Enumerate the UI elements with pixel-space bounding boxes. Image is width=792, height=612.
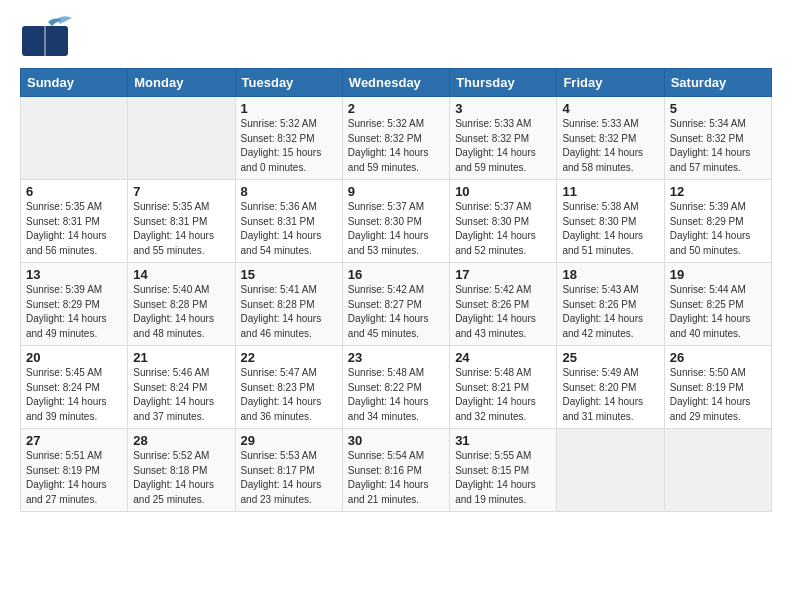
day-number: 5: [670, 101, 766, 116]
calendar-cell: [21, 97, 128, 180]
day-number: 16: [348, 267, 444, 282]
day-number: 11: [562, 184, 658, 199]
calendar-cell: 10Sunrise: 5:37 AM Sunset: 8:30 PM Dayli…: [450, 180, 557, 263]
calendar-cell: 9Sunrise: 5:37 AM Sunset: 8:30 PM Daylig…: [342, 180, 449, 263]
day-info: Sunrise: 5:54 AM Sunset: 8:16 PM Dayligh…: [348, 449, 444, 507]
weekday-header-wednesday: Wednesday: [342, 69, 449, 97]
day-info: Sunrise: 5:43 AM Sunset: 8:26 PM Dayligh…: [562, 283, 658, 341]
day-info: Sunrise: 5:47 AM Sunset: 8:23 PM Dayligh…: [241, 366, 337, 424]
calendar-cell: 30Sunrise: 5:54 AM Sunset: 8:16 PM Dayli…: [342, 429, 449, 512]
weekday-header-friday: Friday: [557, 69, 664, 97]
calendar-week-4: 20Sunrise: 5:45 AM Sunset: 8:24 PM Dayli…: [21, 346, 772, 429]
day-number: 22: [241, 350, 337, 365]
day-number: 17: [455, 267, 551, 282]
calendar-week-1: 1Sunrise: 5:32 AM Sunset: 8:32 PM Daylig…: [21, 97, 772, 180]
day-info: Sunrise: 5:48 AM Sunset: 8:21 PM Dayligh…: [455, 366, 551, 424]
day-info: Sunrise: 5:35 AM Sunset: 8:31 PM Dayligh…: [133, 200, 229, 258]
weekday-header-sunday: Sunday: [21, 69, 128, 97]
calendar-cell: 31Sunrise: 5:55 AM Sunset: 8:15 PM Dayli…: [450, 429, 557, 512]
calendar-cell: 21Sunrise: 5:46 AM Sunset: 8:24 PM Dayli…: [128, 346, 235, 429]
day-info: Sunrise: 5:39 AM Sunset: 8:29 PM Dayligh…: [670, 200, 766, 258]
day-number: 30: [348, 433, 444, 448]
calendar-cell: 13Sunrise: 5:39 AM Sunset: 8:29 PM Dayli…: [21, 263, 128, 346]
calendar-cell: 16Sunrise: 5:42 AM Sunset: 8:27 PM Dayli…: [342, 263, 449, 346]
day-number: 3: [455, 101, 551, 116]
calendar-week-3: 13Sunrise: 5:39 AM Sunset: 8:29 PM Dayli…: [21, 263, 772, 346]
weekday-header-row: SundayMondayTuesdayWednesdayThursdayFrid…: [21, 69, 772, 97]
day-info: Sunrise: 5:46 AM Sunset: 8:24 PM Dayligh…: [133, 366, 229, 424]
day-info: Sunrise: 5:52 AM Sunset: 8:18 PM Dayligh…: [133, 449, 229, 507]
calendar-cell: 4Sunrise: 5:33 AM Sunset: 8:32 PM Daylig…: [557, 97, 664, 180]
day-info: Sunrise: 5:51 AM Sunset: 8:19 PM Dayligh…: [26, 449, 122, 507]
day-number: 10: [455, 184, 551, 199]
day-info: Sunrise: 5:35 AM Sunset: 8:31 PM Dayligh…: [26, 200, 122, 258]
day-number: 15: [241, 267, 337, 282]
calendar-cell: 20Sunrise: 5:45 AM Sunset: 8:24 PM Dayli…: [21, 346, 128, 429]
calendar-cell: 1Sunrise: 5:32 AM Sunset: 8:32 PM Daylig…: [235, 97, 342, 180]
day-number: 19: [670, 267, 766, 282]
calendar-cell: 3Sunrise: 5:33 AM Sunset: 8:32 PM Daylig…: [450, 97, 557, 180]
calendar-cell: 17Sunrise: 5:42 AM Sunset: 8:26 PM Dayli…: [450, 263, 557, 346]
day-number: 23: [348, 350, 444, 365]
weekday-header-tuesday: Tuesday: [235, 69, 342, 97]
weekday-header-thursday: Thursday: [450, 69, 557, 97]
day-number: 28: [133, 433, 229, 448]
calendar-week-5: 27Sunrise: 5:51 AM Sunset: 8:19 PM Dayli…: [21, 429, 772, 512]
day-number: 13: [26, 267, 122, 282]
day-info: Sunrise: 5:38 AM Sunset: 8:30 PM Dayligh…: [562, 200, 658, 258]
calendar-week-2: 6Sunrise: 5:35 AM Sunset: 8:31 PM Daylig…: [21, 180, 772, 263]
weekday-header-saturday: Saturday: [664, 69, 771, 97]
day-info: Sunrise: 5:33 AM Sunset: 8:32 PM Dayligh…: [562, 117, 658, 175]
calendar-cell: 2Sunrise: 5:32 AM Sunset: 8:32 PM Daylig…: [342, 97, 449, 180]
day-info: Sunrise: 5:42 AM Sunset: 8:26 PM Dayligh…: [455, 283, 551, 341]
day-number: 4: [562, 101, 658, 116]
calendar-cell: 11Sunrise: 5:38 AM Sunset: 8:30 PM Dayli…: [557, 180, 664, 263]
day-info: Sunrise: 5:50 AM Sunset: 8:19 PM Dayligh…: [670, 366, 766, 424]
day-info: Sunrise: 5:42 AM Sunset: 8:27 PM Dayligh…: [348, 283, 444, 341]
calendar-cell: 6Sunrise: 5:35 AM Sunset: 8:31 PM Daylig…: [21, 180, 128, 263]
day-number: 6: [26, 184, 122, 199]
day-info: Sunrise: 5:36 AM Sunset: 8:31 PM Dayligh…: [241, 200, 337, 258]
day-number: 29: [241, 433, 337, 448]
logo-icon: [20, 16, 72, 58]
day-info: Sunrise: 5:37 AM Sunset: 8:30 PM Dayligh…: [455, 200, 551, 258]
weekday-header-monday: Monday: [128, 69, 235, 97]
calendar-cell: 23Sunrise: 5:48 AM Sunset: 8:22 PM Dayli…: [342, 346, 449, 429]
calendar-cell: 25Sunrise: 5:49 AM Sunset: 8:20 PM Dayli…: [557, 346, 664, 429]
calendar-cell: 15Sunrise: 5:41 AM Sunset: 8:28 PM Dayli…: [235, 263, 342, 346]
day-number: 21: [133, 350, 229, 365]
day-number: 31: [455, 433, 551, 448]
calendar-cell: 5Sunrise: 5:34 AM Sunset: 8:32 PM Daylig…: [664, 97, 771, 180]
day-number: 12: [670, 184, 766, 199]
calendar-table: SundayMondayTuesdayWednesdayThursdayFrid…: [20, 68, 772, 512]
day-info: Sunrise: 5:48 AM Sunset: 8:22 PM Dayligh…: [348, 366, 444, 424]
page: SundayMondayTuesdayWednesdayThursdayFrid…: [0, 0, 792, 612]
day-number: 9: [348, 184, 444, 199]
day-info: Sunrise: 5:40 AM Sunset: 8:28 PM Dayligh…: [133, 283, 229, 341]
day-info: Sunrise: 5:45 AM Sunset: 8:24 PM Dayligh…: [26, 366, 122, 424]
day-info: Sunrise: 5:39 AM Sunset: 8:29 PM Dayligh…: [26, 283, 122, 341]
day-info: Sunrise: 5:32 AM Sunset: 8:32 PM Dayligh…: [241, 117, 337, 175]
calendar-cell: 22Sunrise: 5:47 AM Sunset: 8:23 PM Dayli…: [235, 346, 342, 429]
day-info: Sunrise: 5:49 AM Sunset: 8:20 PM Dayligh…: [562, 366, 658, 424]
calendar-cell: [664, 429, 771, 512]
calendar-cell: 27Sunrise: 5:51 AM Sunset: 8:19 PM Dayli…: [21, 429, 128, 512]
header: [20, 16, 772, 58]
day-number: 2: [348, 101, 444, 116]
day-number: 18: [562, 267, 658, 282]
day-info: Sunrise: 5:34 AM Sunset: 8:32 PM Dayligh…: [670, 117, 766, 175]
day-info: Sunrise: 5:44 AM Sunset: 8:25 PM Dayligh…: [670, 283, 766, 341]
day-number: 26: [670, 350, 766, 365]
calendar-cell: 14Sunrise: 5:40 AM Sunset: 8:28 PM Dayli…: [128, 263, 235, 346]
day-number: 7: [133, 184, 229, 199]
day-info: Sunrise: 5:41 AM Sunset: 8:28 PM Dayligh…: [241, 283, 337, 341]
calendar-cell: 24Sunrise: 5:48 AM Sunset: 8:21 PM Dayli…: [450, 346, 557, 429]
day-info: Sunrise: 5:33 AM Sunset: 8:32 PM Dayligh…: [455, 117, 551, 175]
calendar-cell: 28Sunrise: 5:52 AM Sunset: 8:18 PM Dayli…: [128, 429, 235, 512]
day-info: Sunrise: 5:32 AM Sunset: 8:32 PM Dayligh…: [348, 117, 444, 175]
day-number: 14: [133, 267, 229, 282]
calendar-cell: [128, 97, 235, 180]
day-info: Sunrise: 5:55 AM Sunset: 8:15 PM Dayligh…: [455, 449, 551, 507]
day-number: 25: [562, 350, 658, 365]
calendar-cell: 26Sunrise: 5:50 AM Sunset: 8:19 PM Dayli…: [664, 346, 771, 429]
